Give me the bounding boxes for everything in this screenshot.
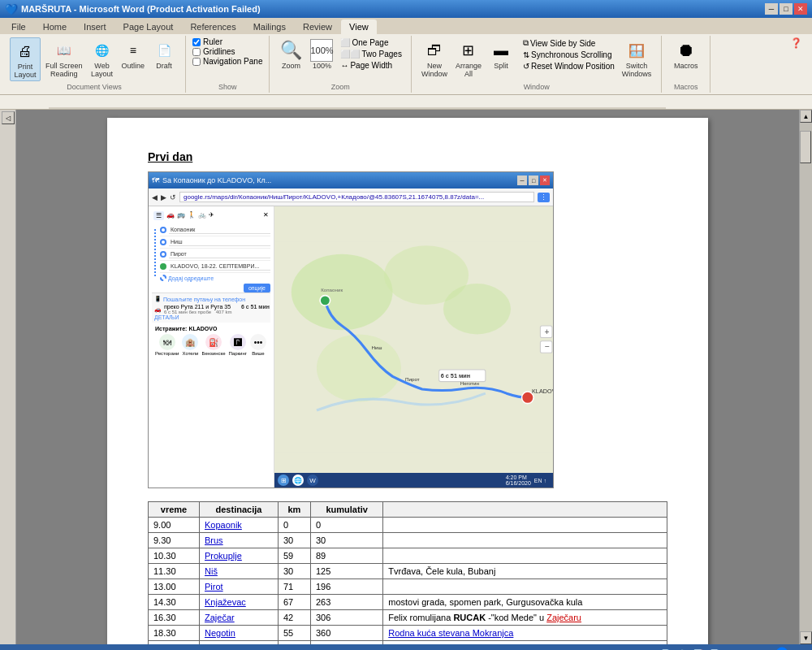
explore-hotels-icon[interactable]: 🏨 xyxy=(182,334,198,350)
explore-parking-icon[interactable]: 🅿 xyxy=(230,334,246,350)
scroll-thumb[interactable] xyxy=(800,131,811,163)
document-scroll[interactable]: Prvi dan 🗺 Sa Копаоник до KLADOVO, Кл...… xyxy=(16,110,799,644)
two-pages-button[interactable]: ⬜⬜ Two Pages xyxy=(338,49,404,59)
cell-dest-3[interactable]: Niš xyxy=(200,564,279,579)
help-icon[interactable]: ❓ xyxy=(790,37,802,49)
tab-home[interactable]: Home xyxy=(35,20,75,34)
dest-link-4[interactable]: Pirot xyxy=(205,582,223,592)
tab-insert[interactable]: Insert xyxy=(76,20,114,34)
page-width-button[interactable]: ↔ Page Width xyxy=(338,60,404,71)
explore-gas: ⛽ Бензинске xyxy=(201,334,225,356)
split-button[interactable]: ▬ Split xyxy=(486,37,516,72)
explore-restaurants-icon[interactable]: 🍽 xyxy=(159,334,175,350)
cell-dest-5[interactable]: Knjaževac xyxy=(200,595,279,610)
gridlines-checkbox[interactable] xyxy=(192,48,201,56)
map-options-button[interactable]: опције xyxy=(244,284,270,292)
waypoint-input-1[interactable] xyxy=(169,238,270,246)
switch-windows-button[interactable]: 🪟 SwitchWindows xyxy=(619,37,655,80)
forward-icon[interactable]: ▶ xyxy=(161,193,166,202)
tab-review[interactable]: Review xyxy=(295,20,340,34)
macros-buttons: ⏺ Macros xyxy=(671,37,702,81)
explore-gas-icon[interactable]: ⛽ xyxy=(205,334,222,350)
tab-page-layout[interactable]: Page Layout xyxy=(115,20,182,34)
tab-file[interactable]: File xyxy=(3,20,34,34)
dest-link-6[interactable]: Zaječar xyxy=(205,613,235,622)
tab-mailings[interactable]: Mailings xyxy=(245,20,294,34)
map-url-bar[interactable]: google.rs/maps/dir/Копаоник/Ниш/Пирот/KL… xyxy=(179,192,534,202)
map-chrome-icon[interactable]: 🌐 xyxy=(292,474,304,486)
waypoint-input-3[interactable] xyxy=(169,262,270,271)
cell-dest-8: Kladovo xyxy=(200,641,279,645)
map-close-sidebar-icon[interactable]: ✕ xyxy=(263,211,269,220)
map-sidebar: ☰ 🚗 🚌 🚶 🚲 ✈ ✕ xyxy=(149,206,274,488)
map-transit-icon[interactable]: 🚌 xyxy=(177,211,185,220)
details-link[interactable]: ДЕТАЉИ xyxy=(154,314,179,320)
zoom-100-button[interactable]: 100% 100% xyxy=(307,37,336,72)
cell-dest-6[interactable]: Zaječar xyxy=(200,610,279,626)
document-area: ◁ Prvi dan 🗺 Sa Копаоник до KLADOVO, Кл.… xyxy=(0,110,812,644)
cell-cum-1: 30 xyxy=(311,533,383,548)
note-link-7[interactable]: Rodna kuća stevana Mokranjca xyxy=(388,628,513,638)
minimize-button[interactable]: ─ xyxy=(765,3,778,15)
add-destination-label[interactable]: Додај одредиште xyxy=(168,275,214,281)
maximize-button[interactable]: □ xyxy=(780,3,793,15)
map-plane-icon[interactable]: ✈ xyxy=(209,211,214,220)
scroll-track[interactable] xyxy=(800,123,812,631)
zoom-slider[interactable] xyxy=(757,647,806,650)
navigation-pane-checkbox-label[interactable]: Navigation Pane xyxy=(192,57,262,66)
map-bike-icon[interactable]: 🚲 xyxy=(198,211,206,220)
chrome-menu-icon[interactable]: ⋮ xyxy=(538,193,550,202)
draft-button[interactable]: 📄 Draft xyxy=(149,37,179,72)
scroll-down-button[interactable]: ▼ xyxy=(800,631,812,644)
waypoint-input-2[interactable] xyxy=(169,250,270,258)
vertical-scrollbar[interactable]: ▲ ▼ xyxy=(799,110,812,644)
map-close-button[interactable]: ✕ xyxy=(540,176,550,185)
scroll-up-button[interactable]: ▲ xyxy=(800,110,812,123)
ruler-checkbox-label[interactable]: Ruler xyxy=(192,37,262,46)
web-layout-button[interactable]: 🌐 WebLayout xyxy=(88,37,117,80)
map-walk-icon[interactable]: 🚶 xyxy=(188,211,196,220)
dest-link-3[interactable]: Niš xyxy=(205,566,218,576)
macros-button[interactable]: ⏺ Macros xyxy=(671,37,702,72)
dest-link-7[interactable]: Negotin xyxy=(205,628,235,638)
dest-link-1[interactable]: Brus xyxy=(205,535,223,545)
zoom-button[interactable]: 🔍 Zoom xyxy=(276,37,305,72)
cell-note-1 xyxy=(383,533,667,548)
navigation-pane-checkbox[interactable] xyxy=(192,58,201,66)
refresh-icon[interactable]: ↺ xyxy=(170,193,176,202)
new-window-button[interactable]: 🗗 NewWindow xyxy=(418,37,451,80)
synchronous-scrolling-button[interactable]: ⇅ Synchronous Scrolling xyxy=(520,50,617,60)
map-start-icon[interactable]: ⊞ xyxy=(278,474,289,486)
map-word-icon[interactable]: W xyxy=(307,474,318,486)
send-to-phone[interactable]: 📱 Пошаљите путању на телефон xyxy=(154,296,268,302)
cell-dest-1[interactable]: Brus xyxy=(200,533,279,548)
map-menu-icon[interactable]: ☰ xyxy=(153,211,164,220)
cell-dest-2[interactable]: Prokuplje xyxy=(200,548,279,564)
map-maximize-button[interactable]: □ xyxy=(529,176,538,185)
tab-view[interactable]: View xyxy=(341,20,377,34)
outline-button[interactable]: ≡ Outline xyxy=(119,37,149,72)
dest-link-2[interactable]: Prokuplje xyxy=(205,551,242,561)
arrange-all-button[interactable]: ⊞ ArrangeAll xyxy=(452,37,485,80)
cell-dest-0[interactable]: Kopaonik xyxy=(200,518,279,533)
ruler-checkbox[interactable] xyxy=(192,38,201,46)
dest-link-0[interactable]: Kopaonik xyxy=(205,520,242,530)
cell-dest-4[interactable]: Pirot xyxy=(200,579,279,595)
left-tool-button[interactable]: ◁ xyxy=(2,111,15,124)
dest-link-5[interactable]: Knjaževac xyxy=(205,597,246,607)
gridlines-checkbox-label[interactable]: Gridlines xyxy=(192,47,262,56)
explore-more-icon[interactable]: ••• xyxy=(250,334,266,350)
view-side-by-side-button[interactable]: ⧉ View Side by Side xyxy=(520,37,617,49)
tab-references[interactable]: References xyxy=(182,20,244,34)
map-car-icon[interactable]: 🚗 xyxy=(166,211,175,220)
back-icon[interactable]: ◀ xyxy=(152,193,158,202)
close-button[interactable]: ✕ xyxy=(794,3,807,15)
reset-window-button[interactable]: ↺ Reset Window Position xyxy=(520,61,617,72)
map-minimize-button[interactable]: ─ xyxy=(517,176,527,185)
full-screen-reading-button[interactable]: 📖 Full ScreenReading xyxy=(42,37,86,80)
note-link-zajecar[interactable]: Zaječaru xyxy=(546,613,581,622)
print-layout-button[interactable]: 🖨 PrintLayout xyxy=(10,37,41,81)
cell-dest-7[interactable]: Negotin xyxy=(200,626,279,641)
one-page-button[interactable]: ⬜ One Page xyxy=(338,37,404,48)
waypoint-input-0[interactable] xyxy=(169,226,270,234)
